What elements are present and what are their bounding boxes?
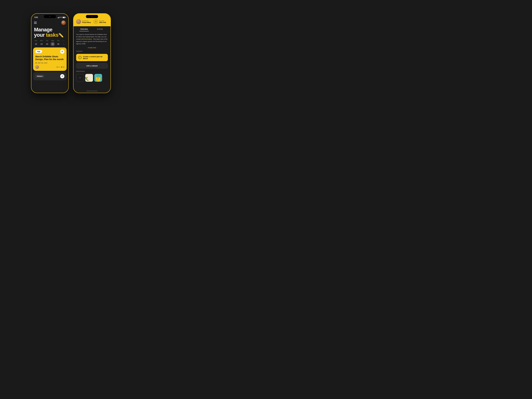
subtasks-section-label: Subtasks [76, 50, 108, 52]
subtask-check-icon: ✓ [78, 56, 82, 59]
assigned-label: Assigned to [82, 20, 91, 21]
day-num-13[interactable]: 13 [39, 42, 44, 46]
day-name-thu: Thu [57, 40, 59, 41]
home-bar [86, 91, 98, 91]
attachment-add-button[interactable]: + [76, 74, 84, 82]
home-indicator [74, 90, 110, 93]
share-button[interactable] [60, 50, 64, 54]
task-date-text: 16th Feb, 2023 [38, 62, 47, 64]
due-date-value: 16th Feb [99, 21, 106, 23]
tab-bar: Overview Activity [74, 26, 110, 31]
hamburger-menu[interactable] [34, 22, 37, 24]
day-num-15[interactable]: 15 [51, 42, 55, 46]
status-time: 9:41 [34, 16, 38, 18]
dynamic-island-right [86, 15, 98, 18]
task-card-header: High [35, 50, 64, 54]
cal-day-sun: Sun 12 [33, 40, 39, 46]
right-phone-screen: Assigned to Floyd Mary Due d [74, 14, 110, 93]
comments-count: 4 [57, 66, 59, 68]
due-label: Due date [99, 20, 106, 21]
day-name-f: F [63, 40, 64, 41]
svg-point-10 [88, 80, 90, 81]
left-phone: 9:41 [31, 13, 69, 93]
calendar-strip: Sun 12 Mon 13 Tue 14 Wed 15 Thu 16 [31, 39, 68, 47]
day-name-wed: Wed [51, 40, 54, 41]
hero-title: Manage your tasks✏️ [31, 26, 68, 39]
tab-overview-label: Overview [80, 28, 88, 30]
description-text: You need to choose themes for Dribbble s… [76, 33, 108, 45]
attachment-thumb-1[interactable] [85, 74, 93, 82]
attachments-count: 12 [61, 66, 64, 68]
assigned-section: Assigned to Floyd Mary [76, 19, 91, 24]
read-more-text: read more [89, 47, 96, 49]
cal-day-mon: Mon 13 [39, 40, 44, 46]
share-button-2[interactable] [60, 74, 64, 78]
task-meta: 4 12 [57, 66, 64, 68]
hero-line1: Manage [34, 27, 52, 32]
right-phone: Assigned to Floyd Mary Due d [73, 13, 111, 93]
left-phone-screen: 9:41 [31, 14, 68, 93]
day-name-tue: Tue [46, 40, 48, 41]
due-info: Due date 16th Feb [99, 20, 106, 23]
task-footer: 4 12 [35, 65, 64, 69]
day-name-mon: Mon [40, 40, 43, 41]
attachments-num: 12 [63, 66, 64, 68]
chevron-down-icon: ▾ [88, 47, 89, 49]
day-name-sun: Sun [35, 40, 37, 41]
task-card-2[interactable]: Medium [33, 72, 67, 80]
svg-rect-5 [95, 21, 96, 23]
due-date-icon [94, 19, 98, 24]
task-card-1[interactable]: High March Dribbble Shots Design, Plan f… [33, 47, 67, 71]
tab-activity-label: Activity [97, 28, 103, 30]
user-avatar[interactable] [61, 20, 66, 25]
pencil-emoji: ✏️ [58, 33, 63, 38]
assigned-avatar [76, 19, 81, 24]
svg-rect-1 [36, 62, 37, 63]
cal-day-wed: Wed 15 [50, 40, 55, 46]
assigned-info: Assigned to Floyd Mary [82, 20, 91, 23]
tab-overview[interactable]: Overview [76, 26, 92, 31]
task-card-title: March Dribbble Shots Design, Plan for th… [35, 55, 64, 61]
scene: 9:41 [31, 13, 111, 93]
attachments-section-label: Attachments [76, 70, 108, 72]
dynamic-island [44, 15, 56, 18]
comments-num: 4 [59, 66, 59, 68]
tab-activity[interactable]: Activity [92, 26, 108, 31]
battery-icon [63, 17, 65, 18]
hero-tasks-word: tasks [46, 32, 58, 38]
svg-point-0 [61, 18, 61, 18]
add-subtask-label: Add a subtask [86, 65, 98, 67]
status-icons [57, 17, 65, 18]
assigned-name: Floyd Mary [82, 21, 91, 23]
day-num-12[interactable]: 12 [34, 42, 38, 46]
cal-day-thu: Thu 16 [55, 40, 61, 46]
mention-tag[interactable]: @Smita.thakkar [81, 38, 92, 40]
task-card-avatar [35, 65, 39, 69]
camera-dot [49, 16, 51, 17]
subtask-done[interactable]: ✓ Create a content plan for March [76, 54, 108, 61]
attachment-thumb-2[interactable] [94, 74, 102, 82]
due-section: Due date 16th Feb [94, 19, 106, 24]
camera-dot-right [91, 16, 93, 17]
cal-day-tue: Tue 14 [44, 40, 50, 46]
cal-day-f: F 1 [61, 40, 67, 46]
right-content: You need to choose themes for Dribbble s… [74, 31, 110, 90]
attachments-grid: + [76, 74, 108, 82]
day-num-14[interactable]: 14 [45, 42, 49, 46]
task-date: 16th Feb, 2023 [35, 62, 64, 64]
priority-badge-high: High [35, 50, 42, 53]
hero-line2-plain: your [34, 32, 46, 38]
left-nav [31, 19, 68, 26]
subtask-text: Create a content plan for March [83, 56, 106, 59]
add-subtask-button[interactable]: Add a subtask [76, 63, 108, 69]
day-num-16[interactable]: 16 [56, 42, 60, 46]
day-num-1[interactable]: 1 [62, 42, 66, 46]
wifi-icon [60, 17, 62, 18]
read-more-row[interactable]: ▾ read more [76, 47, 108, 49]
signal-icon [57, 17, 59, 18]
priority-badge-medium: Medium [35, 75, 44, 78]
